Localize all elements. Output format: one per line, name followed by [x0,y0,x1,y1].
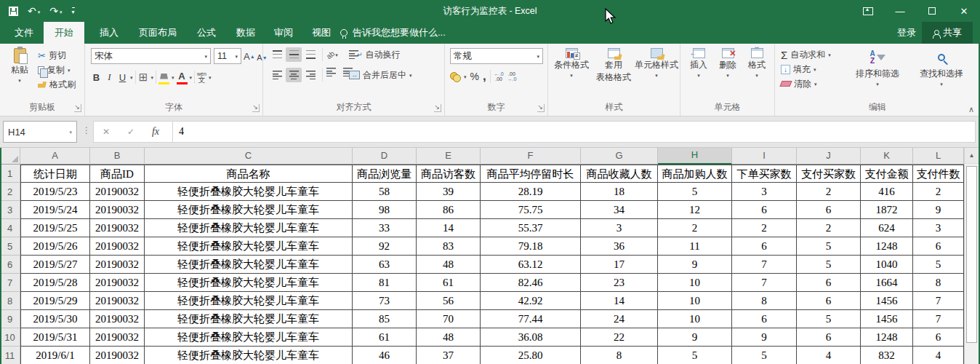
row-header-11[interactable]: 11 [0,347,20,364]
cell-F9[interactable]: 77.44 [481,310,581,328]
cell-K8[interactable]: 1456 [861,292,913,310]
cell-C8[interactable]: 轻便折叠橡胶大轮婴儿车童车 [145,292,353,310]
cell-D5[interactable]: 92 [353,237,417,256]
percent-style-button[interactable]: % [470,71,479,82]
cell-A10[interactable]: 2019/5/31 [20,328,90,347]
cell-A6[interactable]: 2019/5/27 [20,256,90,274]
font-color-button[interactable]: A [177,70,188,84]
row-header-6[interactable]: 6 [0,256,20,274]
cell-J8[interactable]: 6 [797,292,861,310]
close-button[interactable]: ✕ [948,0,980,22]
bold-button[interactable]: B [91,70,102,84]
align-center-button[interactable] [286,68,302,82]
cell-F3[interactable]: 75.75 [481,201,581,219]
tab-page-layout[interactable]: 页面布局 [129,22,186,44]
sort-filter-button[interactable]: AZ 排序和筛选 ▾ [846,48,909,87]
cell-C6[interactable]: 轻便折叠橡胶大轮婴儿车童车 [145,256,353,274]
cell-F10[interactable]: 36.08 [481,328,581,347]
cell-B3[interactable]: 20190032 [90,201,145,219]
tab-data[interactable]: 数据 [227,22,265,44]
tab-view[interactable]: 视图 [302,22,340,44]
share-button[interactable]: 共享 [922,22,973,44]
cell-I7[interactable]: 7 [732,274,797,292]
cell-I10[interactable]: 9 [732,328,797,347]
column-header-D[interactable]: D [353,148,417,165]
cell-E9[interactable]: 70 [417,310,481,328]
borders-button[interactable]: ⊞ [138,70,149,84]
cell-D7[interactable]: 81 [353,274,417,292]
name-box[interactable]: H14 ▾ [3,121,77,143]
row-header-7[interactable]: 7 [0,274,20,292]
minimize-button[interactable]: — [884,0,916,22]
decrease-indent-button[interactable]: ← [326,68,342,82]
column-header-K[interactable]: K [861,148,913,165]
cut-button[interactable]: ✂剪切 [38,48,76,63]
tab-review[interactable]: 审阅 [265,22,302,44]
clipboard-dialog-launcher-icon[interactable]: ↘ [74,104,81,112]
cell-G4[interactable]: 3 [581,219,658,237]
cell-E3[interactable]: 86 [417,201,481,219]
delete-cells-button[interactable]: ✕ 删除 ▾ [714,48,742,78]
row-header-1[interactable]: 1 [0,165,20,183]
cell-G7[interactable]: 23 [581,274,658,292]
formula-bar-resize-handle[interactable]: ⋮ [82,125,91,135]
decrease-decimal-button[interactable]: .00→.0 [507,71,517,82]
font-size-select[interactable]: 11▾ [214,48,241,64]
cell-G8[interactable]: 14 [581,292,658,310]
column-header-A[interactable]: A [20,148,90,165]
enter-icon[interactable]: ✓ [119,127,143,137]
format-painter-button[interactable]: 格式刷 [38,77,76,92]
increase-font-size-button[interactable]: A▲ [244,49,255,63]
row-header-3[interactable]: 3 [0,201,20,219]
cell-E7[interactable]: 61 [417,274,481,292]
cell-E8[interactable]: 56 [417,292,481,310]
align-top-button[interactable] [269,47,285,62]
cell-B7[interactable]: 20190032 [90,274,145,292]
cell-K9[interactable]: 1456 [861,310,913,328]
cell-D8[interactable]: 73 [353,292,417,310]
cell-B10[interactable]: 20190032 [90,328,145,347]
cell-D6[interactable]: 63 [353,256,417,274]
cell-H1[interactable]: 商品加购人数 [658,165,732,183]
cell-A8[interactable]: 2019/5/29 [20,292,90,310]
find-select-button[interactable]: 查找和选择 ▾ [910,48,973,87]
align-left-button[interactable] [269,68,285,82]
cell-D1[interactable]: 商品浏览量 [353,165,417,183]
tab-file[interactable]: 文件 [4,22,44,44]
cell-H11[interactable]: 5 [658,347,732,364]
cell-J2[interactable]: 2 [797,183,861,201]
cell-H10[interactable]: 9 [658,328,732,347]
cell-J3[interactable]: 6 [797,201,861,219]
cell-J11[interactable]: 4 [797,347,861,364]
cell-H3[interactable]: 12 [658,201,732,219]
cell-J6[interactable]: 5 [797,256,861,274]
cell-K3[interactable]: 1872 [861,201,913,219]
cell-G9[interactable]: 24 [581,310,658,328]
cell-C9[interactable]: 轻便折叠橡胶大轮婴儿车童车 [145,310,353,328]
increase-decimal-button[interactable]: ←.0.00 [494,71,504,82]
cell-D10[interactable]: 61 [353,328,417,347]
cell-F2[interactable]: 28.19 [481,183,581,201]
cell-D11[interactable]: 46 [353,347,417,364]
cell-J5[interactable]: 5 [797,237,861,256]
insert-function-icon[interactable]: fx [143,126,168,138]
column-header-C[interactable]: C [145,148,353,165]
cell-D3[interactable]: 98 [353,201,417,219]
cell-F7[interactable]: 82.46 [481,274,581,292]
cell-B11[interactable]: 20190032 [90,347,145,364]
cell-B6[interactable]: 20190032 [90,256,145,274]
cell-J1[interactable]: 支付买家数 [797,165,861,183]
wrap-text-button[interactable]: ↵ 自动换行 [349,47,401,62]
fill-color-button[interactable] [158,70,169,84]
cell-D9[interactable]: 85 [353,310,417,328]
cell-A3[interactable]: 2019/5/24 [20,201,90,219]
column-header-L[interactable]: L [913,148,964,165]
tab-insert[interactable]: 插入 [90,22,128,44]
cell-H7[interactable]: 10 [658,274,732,292]
cell-A9[interactable]: 2019/5/30 [20,310,90,328]
cell-C5[interactable]: 轻便折叠橡胶大轮婴儿车童车 [145,237,353,256]
cell-C10[interactable]: 轻便折叠橡胶大轮婴儿车童车 [145,328,353,347]
cell-H6[interactable]: 9 [658,256,732,274]
cell-I2[interactable]: 3 [732,183,797,201]
format-cells-button[interactable]: ↔ 格式 ▾ [743,48,771,78]
